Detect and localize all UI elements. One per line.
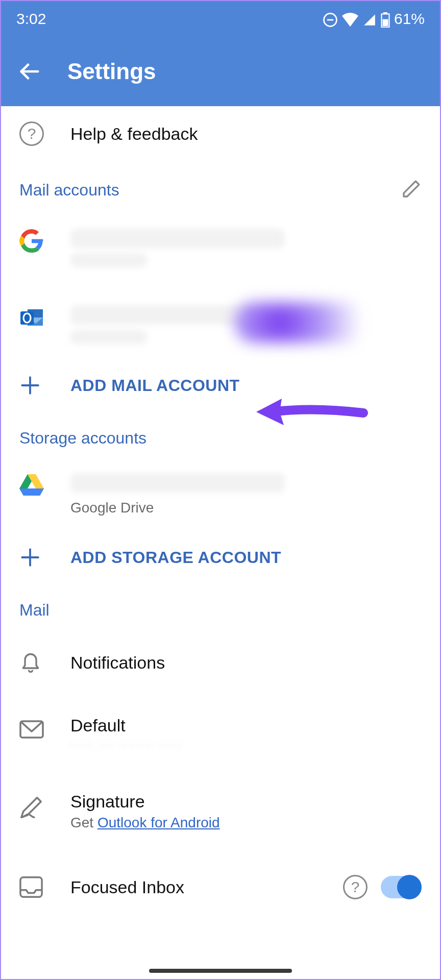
status-time: 3:02 bbox=[16, 10, 46, 28]
focused-label: Focused Inbox bbox=[70, 877, 343, 897]
inbox-icon bbox=[19, 876, 43, 898]
toggle-knob bbox=[397, 875, 422, 899]
storage-account-drive[interactable]: Google Drive bbox=[1, 453, 440, 531]
add-mail-account-button[interactable]: ADD MAIL ACCOUNT bbox=[1, 359, 440, 411]
svg-marker-16 bbox=[19, 488, 44, 496]
svg-rect-4 bbox=[382, 19, 388, 27]
page-title: Settings bbox=[67, 59, 156, 84]
add-storage-account-button[interactable]: ADD STORAGE ACCOUNT bbox=[1, 531, 440, 583]
section-storage-accounts-label: Storage accounts bbox=[19, 429, 146, 448]
battery-percent: 61% bbox=[394, 10, 425, 28]
wifi-icon bbox=[342, 10, 358, 28]
signature-row[interactable]: Signature Get Outlook for Android bbox=[1, 768, 440, 846]
drive-label: Google Drive bbox=[70, 500, 422, 516]
google-drive-icon bbox=[19, 473, 44, 498]
help-label: Help & feedback bbox=[70, 124, 422, 144]
section-mail: Mail bbox=[1, 583, 440, 625]
default-row[interactable]: Default · · · · · · · · · · · · bbox=[1, 700, 440, 768]
outlook-icon bbox=[19, 305, 44, 332]
signature-subtext: Get Outlook for Android bbox=[70, 815, 422, 831]
focused-toggle[interactable] bbox=[381, 876, 422, 898]
app-bar: Settings bbox=[1, 37, 440, 106]
battery-icon bbox=[381, 10, 390, 28]
arrow-left-icon bbox=[17, 60, 41, 83]
back-button[interactable] bbox=[16, 59, 42, 84]
help-feedback-row[interactable]: ? Help & feedback bbox=[1, 106, 440, 161]
status-bar: 3:02 61% bbox=[1, 1, 440, 37]
notifications-row[interactable]: Notifications bbox=[1, 625, 440, 700]
signature-icon bbox=[19, 796, 45, 819]
cell-signal-icon bbox=[362, 10, 377, 28]
redacted-text: · · · · · · · · · · · · bbox=[70, 736, 422, 753]
add-storage-label: ADD STORAGE ACCOUNT bbox=[70, 548, 422, 567]
svg-rect-20 bbox=[20, 877, 42, 897]
notifications-label: Notifications bbox=[70, 653, 422, 673]
plus-icon bbox=[19, 547, 41, 568]
signature-label: Signature bbox=[70, 792, 422, 812]
mail-account-google[interactable] bbox=[1, 206, 440, 283]
add-mail-label: ADD MAIL ACCOUNT bbox=[70, 376, 422, 395]
status-indicators: 61% bbox=[323, 10, 425, 28]
redacted-badge bbox=[234, 302, 387, 343]
redacted-text bbox=[70, 253, 147, 267]
focused-help-button[interactable]: ? bbox=[343, 875, 368, 899]
pencil-icon bbox=[401, 179, 422, 199]
signature-prefix: Get bbox=[70, 815, 97, 830]
section-mail-accounts: Mail accounts bbox=[1, 161, 440, 206]
redacted-text bbox=[70, 305, 254, 325]
mail-icon bbox=[19, 720, 44, 739]
redacted-text bbox=[70, 330, 147, 344]
google-icon bbox=[19, 229, 44, 255]
home-indicator bbox=[149, 969, 292, 973]
section-mail-label: Mail bbox=[19, 601, 50, 620]
plus-icon bbox=[19, 375, 41, 396]
redacted-text bbox=[70, 229, 285, 248]
edit-accounts-button[interactable] bbox=[401, 179, 422, 201]
dnd-icon bbox=[323, 10, 338, 28]
default-label: Default bbox=[70, 716, 422, 736]
outlook-android-link[interactable]: Outlook for Android bbox=[97, 815, 220, 830]
help-icon: ? bbox=[19, 121, 44, 146]
mail-account-outlook[interactable] bbox=[1, 283, 440, 359]
redacted-text bbox=[70, 473, 285, 493]
section-mail-accounts-label: Mail accounts bbox=[19, 181, 119, 200]
focused-inbox-row[interactable]: Focused Inbox ? bbox=[1, 846, 440, 915]
section-storage-accounts: Storage accounts bbox=[1, 411, 440, 453]
bell-icon bbox=[19, 650, 42, 675]
